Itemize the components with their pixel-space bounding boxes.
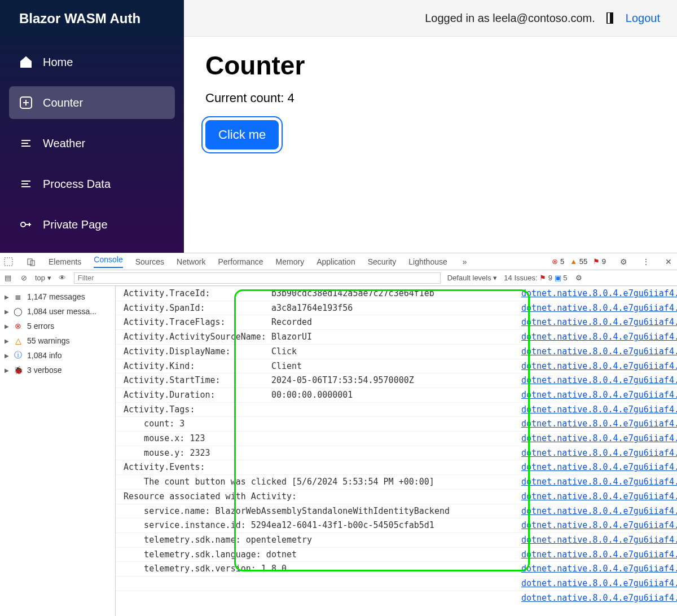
devtools-tab-lighthouse[interactable]: Lighthouse — [408, 257, 447, 266]
devtools-tab-security[interactable]: Security — [368, 257, 397, 266]
devtools-tab-elements[interactable]: Elements — [49, 257, 81, 266]
console-settings-icon[interactable]: ⚙ — [574, 274, 583, 283]
console-log-row: dotnet.native.8.0.4.e7gu6iiaf4.js:8 — [116, 576, 677, 591]
sidebar-filter-label: 1,084 info — [27, 351, 62, 360]
inspect-icon[interactable] — [3, 257, 14, 267]
log-source-link[interactable]: dotnet.native.8.0.4.e7gu6iiaf4.js:8 — [521, 504, 677, 518]
device-toggle-icon[interactable] — [26, 257, 36, 267]
console-output: Activity.TraceId: b3b90cdc38ed142a5ae7c2… — [116, 286, 677, 616]
lines-icon — [19, 137, 33, 150]
log-source-link[interactable]: dotnet.native.8.0.4.e7gu6iiaf4.js:8 — [521, 577, 677, 591]
sidebar-filter-user[interactable]: ▶◯1,084 user messa... — [2, 304, 113, 319]
devtools-tab-sources[interactable]: Sources — [135, 257, 164, 266]
logout-link[interactable]: Logout — [626, 12, 660, 25]
flag-count[interactable]: ⚑ 9 — [593, 257, 606, 266]
svg-rect-4 — [5, 258, 12, 266]
kebab-icon[interactable]: ⋮ — [641, 257, 651, 267]
log-source-link[interactable]: dotnet.native.8.0.4.e7gu6iiaf4.js:8 — [521, 562, 677, 576]
console-log-row: mouse.y: 2323dotnet.native.8.0.4.e7gu6ii… — [116, 446, 677, 460]
log-source-link[interactable]: dotnet.native.8.0.4.e7gu6iiaf4.js:8 — [521, 345, 677, 359]
nav-item-private-page[interactable]: Private Page — [9, 208, 175, 241]
issues-summary[interactable]: 14 Issues: ⚑ 9 ▣ 5 — [504, 274, 567, 282]
console-log-row: Activity.SpanId: a3c8a1764e193f56dotnet.… — [116, 301, 677, 315]
main-area: Logged in as leela@contoso.com. Logout C… — [184, 0, 677, 253]
nav-label: Weather — [43, 137, 85, 150]
click-me-button[interactable]: Click me — [205, 120, 279, 149]
log-message — [116, 591, 521, 605]
log-source-link[interactable]: dotnet.native.8.0.4.e7gu6iiaf4.js:8 — [521, 301, 677, 315]
error-count[interactable]: ⊗ 5 — [552, 257, 564, 266]
log-source-link[interactable]: dotnet.native.8.0.4.e7gu6iiaf4.js:8 — [521, 518, 677, 533]
log-message: Activity.Tags: — [116, 403, 521, 417]
counter-value: Current count: 4 — [205, 91, 656, 105]
console-sidebar: ▶≣1,147 messages▶◯1,084 user messa...▶⊗5… — [0, 286, 116, 616]
console-log-row: Activity.Kind: Clientdotnet.native.8.0.4… — [116, 359, 677, 373]
log-message — [116, 577, 521, 591]
log-source-link[interactable]: dotnet.native.8.0.4.e7gu6iiaf4.js:8 — [521, 475, 677, 489]
list-icon: ≣ — [14, 292, 23, 301]
log-source-link[interactable]: dotnet.native.8.0.4.e7gu6iiaf4.js:8 — [521, 432, 677, 446]
console-log-row: The count button was clicked [5/6/2024 5… — [116, 474, 677, 489]
close-devtools-icon[interactable]: ✕ — [663, 257, 674, 267]
console-log-row: Activity.DisplayName: Clickdotnet.native… — [116, 344, 677, 359]
log-levels-select[interactable]: Default levels ▾ — [447, 274, 498, 282]
logout-icon — [605, 11, 616, 25]
sidebar-filter-warn[interactable]: ▶△55 warnings — [2, 333, 113, 348]
log-source-link[interactable]: dotnet.native.8.0.4.e7gu6iiaf4.js:8 — [521, 490, 677, 504]
sidebar-filter-info[interactable]: ▶ⓘ1,084 info — [2, 348, 113, 363]
console-log-row: Activity.TraceFlags: Recordeddotnet.nati… — [116, 315, 677, 329]
plus-icon — [19, 96, 33, 109]
sidebar-filter-bug[interactable]: ▶🐞3 verbose — [2, 363, 113, 377]
nav-item-home[interactable]: Home — [9, 46, 175, 78]
log-message: telemetry.sdk.name: opentelemetry — [116, 533, 521, 547]
log-source-link[interactable]: dotnet.native.8.0.4.e7gu6iiaf4.js:8 — [521, 315, 677, 329]
nav-label: Counter — [43, 96, 83, 109]
log-source-link[interactable]: dotnet.native.8.0.4.e7gu6iiaf4.js:8 — [521, 403, 677, 417]
console-log-row: Activity.Events:dotnet.native.8.0.4.e7gu… — [116, 460, 677, 474]
warning-count[interactable]: ▲ 55 — [570, 257, 587, 266]
log-source-link[interactable]: dotnet.native.8.0.4.e7gu6iiaf4.js:8 — [521, 533, 677, 547]
log-source-link[interactable]: dotnet.native.8.0.4.e7gu6iiaf4.js:8 — [521, 591, 677, 605]
sidebar-filter-list[interactable]: ▶≣1,147 messages — [2, 289, 113, 304]
devtools-tab-network[interactable]: Network — [177, 257, 205, 266]
log-message: Activity.SpanId: a3c8a1764e193f56 — [116, 301, 521, 315]
topbar: Logged in as leela@contoso.com. Logout — [184, 0, 677, 37]
sidebar-filter-error[interactable]: ▶⊗5 errors — [2, 319, 113, 333]
disclosure-triangle-icon: ▶ — [5, 294, 9, 300]
nav-item-process-data[interactable]: Process Data — [9, 168, 175, 200]
home-icon — [19, 55, 33, 69]
log-source-link[interactable]: dotnet.native.8.0.4.e7gu6iiaf4.js:8 — [521, 417, 677, 431]
live-expression-icon[interactable]: 👁 — [58, 274, 67, 283]
console-toolbar: ▤ ⊘ top ▾ 👁 Default levels ▾ 14 Issues: … — [0, 270, 677, 286]
devtools-tab-application[interactable]: Application — [316, 257, 355, 266]
log-source-link[interactable]: dotnet.native.8.0.4.e7gu6iiaf4.js:8 — [521, 287, 677, 301]
log-source-link[interactable]: dotnet.native.8.0.4.e7gu6iiaf4.js:8 — [521, 373, 677, 388]
devtools-tab-performance[interactable]: Performance — [218, 257, 263, 266]
console-log-row: count: 3dotnet.native.8.0.4.e7gu6iiaf4.j… — [116, 416, 677, 431]
log-source-link[interactable]: dotnet.native.8.0.4.e7gu6iiaf4.js:8 — [521, 548, 677, 562]
settings-icon[interactable]: ⚙ — [618, 257, 628, 267]
app-brand: Blazor WASM Auth — [0, 0, 184, 37]
more-tabs-icon[interactable]: » — [460, 257, 470, 267]
nav-item-counter[interactable]: Counter — [9, 86, 175, 119]
log-source-link[interactable]: dotnet.native.8.0.4.e7gu6iiaf4.js:8 — [521, 446, 677, 460]
console-filter-input[interactable] — [74, 272, 441, 284]
log-source-link[interactable]: dotnet.native.8.0.4.e7gu6iiaf4.js:8 — [521, 460, 677, 474]
sidebar-filter-label: 5 errors — [27, 322, 54, 331]
log-message: Activity.TraceFlags: Recorded — [116, 315, 521, 329]
devtools-tab-console[interactable]: Console — [94, 255, 122, 268]
nav-item-weather[interactable]: Weather — [9, 127, 175, 160]
svg-rect-5 — [28, 259, 32, 265]
sidebar-toggle-icon[interactable]: ▤ — [3, 274, 12, 283]
log-source-link[interactable]: dotnet.native.8.0.4.e7gu6iiaf4.js:8 — [521, 330, 677, 344]
nav-label: Home — [43, 56, 73, 69]
context-selector[interactable]: top ▾ — [35, 274, 51, 282]
log-source-link[interactable]: dotnet.native.8.0.4.e7gu6iiaf4.js:8 — [521, 388, 677, 402]
log-source-link[interactable]: dotnet.native.8.0.4.e7gu6iiaf4.js:8 — [521, 359, 677, 373]
console-log-row: mouse.x: 123dotnet.native.8.0.4.e7gu6iia… — [116, 431, 677, 446]
disclosure-triangle-icon: ▶ — [5, 309, 9, 315]
clear-console-icon[interactable]: ⊘ — [19, 274, 28, 283]
devtools-tab-memory[interactable]: Memory — [276, 257, 305, 266]
console-log-row: Activity.ActivitySourceName: BlazorUIdot… — [116, 329, 677, 344]
sidebar-filter-label: 3 verbose — [27, 366, 61, 375]
